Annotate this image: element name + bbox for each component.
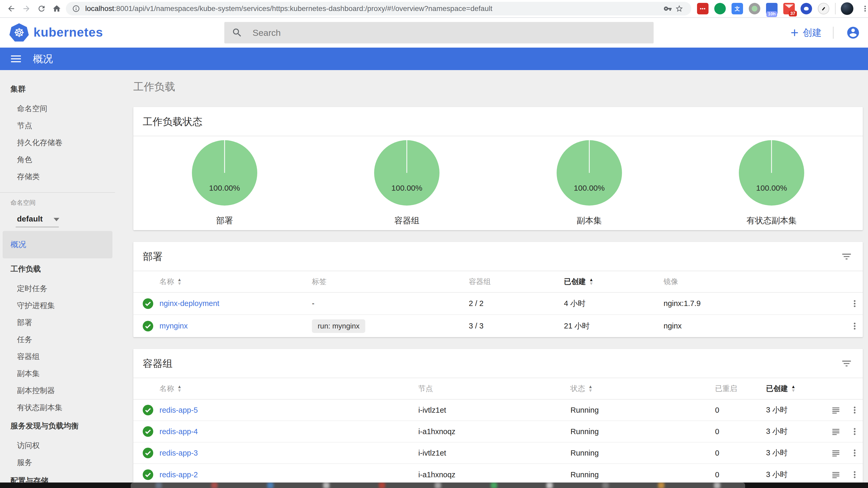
pie-label: 副本集 xyxy=(577,215,602,226)
search-input[interactable] xyxy=(252,27,646,38)
created-cell: 3 小时 xyxy=(766,448,825,458)
namespace-select[interactable]: default xyxy=(0,211,115,227)
sidebar-item-overview-selected[interactable]: 概况 xyxy=(3,231,113,258)
browser-refresh-button[interactable] xyxy=(34,1,49,16)
column-header-created[interactable]: 已创建 ▲▼ xyxy=(564,277,663,286)
pie-label: 容器组 xyxy=(394,215,420,226)
sidebar-item-services[interactable]: 服务 xyxy=(0,454,115,471)
sidebar-item-pods[interactable]: 容器组 xyxy=(0,348,115,365)
column-header-node[interactable]: 节点 xyxy=(418,384,570,394)
sidebar-item-stateful-sets[interactable]: 有状态副本集 xyxy=(0,399,115,416)
mail-extension-icon[interactable]: 37 xyxy=(783,3,795,14)
pod-logs-button[interactable] xyxy=(830,426,842,437)
sidebar-item-replication-controllers[interactable]: 副本控制器 xyxy=(0,382,115,399)
session-extension-icon[interactable] xyxy=(749,3,760,14)
account-button[interactable] xyxy=(846,26,860,40)
sidebar-item-cron-jobs[interactable]: 定时任务 xyxy=(0,280,115,297)
column-header-restarts[interactable]: 已重启 xyxy=(715,384,766,394)
sidebar-item-daemon-sets[interactable]: 守护进程集 xyxy=(0,297,115,314)
check-circle-icon xyxy=(142,469,154,480)
bookmark-star-button[interactable] xyxy=(674,3,685,14)
translate-extension-icon[interactable]: 文 xyxy=(732,3,743,14)
dock-app-icon xyxy=(714,483,720,488)
pie-value: 100.00% xyxy=(557,184,622,192)
mail-badge: 37 xyxy=(789,11,797,17)
check-circle-icon xyxy=(142,321,154,332)
column-header-labels[interactable]: 标签 xyxy=(312,277,469,286)
pie-deployments: 100.00% xyxy=(192,140,257,206)
pod-link[interactable]: redis-app-2 xyxy=(159,470,198,479)
column-header-images[interactable]: 镜像 xyxy=(663,277,846,286)
row-menu-button[interactable] xyxy=(849,404,860,416)
calendar-extension-icon[interactable]: 10h xyxy=(766,3,778,14)
pods-filter-button[interactable] xyxy=(841,358,852,369)
extension-row: ••• 文 10h 37 xyxy=(697,3,829,14)
sidebar-item-namespaces[interactable]: 命名空间 xyxy=(0,100,115,117)
logs-icon xyxy=(831,405,841,415)
speed-gauge-extension-icon[interactable] xyxy=(818,3,829,14)
search-bar[interactable] xyxy=(224,22,654,43)
password-manager-extension-icon[interactable]: ••• xyxy=(697,3,709,14)
row-menu-button[interactable] xyxy=(849,447,860,459)
deployment-link[interactable]: mynginx xyxy=(159,322,188,330)
pod-link[interactable]: redis-app-4 xyxy=(159,427,198,436)
pod-logs-button[interactable] xyxy=(830,404,842,416)
row-menu-button[interactable] xyxy=(849,321,860,332)
created-cell: 3 小时 xyxy=(766,469,825,480)
sidebar-item-storage-classes[interactable]: 存储类 xyxy=(0,168,115,185)
sidebar-item-nodes[interactable]: 节点 xyxy=(0,117,115,134)
kebab-menu-icon xyxy=(849,405,860,415)
labels-cell: - xyxy=(312,299,469,308)
column-header-name[interactable]: 名称 ▲▼ xyxy=(159,384,418,394)
sidebar-item-persistent-volumes[interactable]: 持久化存储卷 xyxy=(0,134,115,151)
browser-menu-button[interactable] xyxy=(858,1,868,16)
column-header-status[interactable]: 状态 ▲▼ xyxy=(570,384,715,394)
browser-forward-button[interactable] xyxy=(19,1,34,16)
kebab-menu-icon xyxy=(849,469,860,480)
cat-extension-icon[interactable] xyxy=(801,3,812,14)
create-button-label: 创建 xyxy=(803,26,822,39)
pie-slice-divider xyxy=(771,140,772,173)
browser-back-button[interactable] xyxy=(4,1,19,16)
pod-logs-button[interactable] xyxy=(830,469,842,480)
sidebar-item-ingresses[interactable]: 访问权 xyxy=(0,437,115,454)
column-header-pods[interactable]: 容器组 xyxy=(469,277,564,286)
url-bar[interactable]: localhost:8001/api/v1/namespaces/kube-sy… xyxy=(66,2,691,16)
key-icon xyxy=(663,4,672,13)
chat-bubble-extension-icon[interactable] xyxy=(714,3,726,14)
workload-status-card: 工作负载状态 100.00% 部署 100.00% 容器组 xyxy=(133,107,863,230)
column-header-created[interactable]: 已创建 ▲▼ xyxy=(766,384,825,394)
sidebar-item-deployments[interactable]: 部署 xyxy=(0,314,115,331)
create-button[interactable]: + 创建 xyxy=(790,18,822,48)
deployments-filter-button[interactable] xyxy=(841,251,852,262)
browser-home-button[interactable] xyxy=(49,1,64,16)
pod-link[interactable]: redis-app-3 xyxy=(159,449,198,457)
deployment-link[interactable]: nginx-deployment xyxy=(159,299,219,308)
password-key-button[interactable] xyxy=(662,3,674,14)
page-info-icon[interactable] xyxy=(72,5,80,12)
pod-logs-button[interactable] xyxy=(830,447,842,459)
sidebar-item-jobs[interactable]: 任务 xyxy=(0,331,115,348)
row-menu-button[interactable] xyxy=(849,298,860,309)
dock-app-icon xyxy=(211,483,218,488)
pod-link[interactable]: redis-app-5 xyxy=(159,406,198,414)
row-menu-button[interactable] xyxy=(849,426,860,437)
deployments-title-text: 部署 xyxy=(143,251,163,262)
sidebar-section-workloads: 工作负载 xyxy=(0,261,115,277)
kubernetes-logo-icon[interactable]: ☸ xyxy=(9,23,29,42)
status-text-cell: Running xyxy=(570,449,715,457)
workload-status-charts: 100.00% 部署 100.00% 容器组 100.00% xyxy=(133,136,863,230)
sidebar-item-roles[interactable]: 角色 xyxy=(0,151,115,168)
pie-value: 100.00% xyxy=(192,184,257,192)
dock-app-icon xyxy=(156,483,162,488)
browser-profile-avatar[interactable] xyxy=(841,2,854,15)
row-menu-button[interactable] xyxy=(849,469,860,480)
column-header-name[interactable]: 名称 ▲▼ xyxy=(159,277,312,286)
status-cell xyxy=(133,447,159,459)
deployments-card-title: 部署 xyxy=(133,242,863,271)
sidebar-item-replica-sets[interactable]: 副本集 xyxy=(0,365,115,382)
macos-dock[interactable] xyxy=(0,483,868,488)
hamburger-menu-button[interactable] xyxy=(11,54,21,64)
url-text[interactable]: localhost:8001/api/v1/namespaces/kube-sy… xyxy=(85,4,492,13)
images-cell: nginx:1.7.9 xyxy=(663,299,846,308)
